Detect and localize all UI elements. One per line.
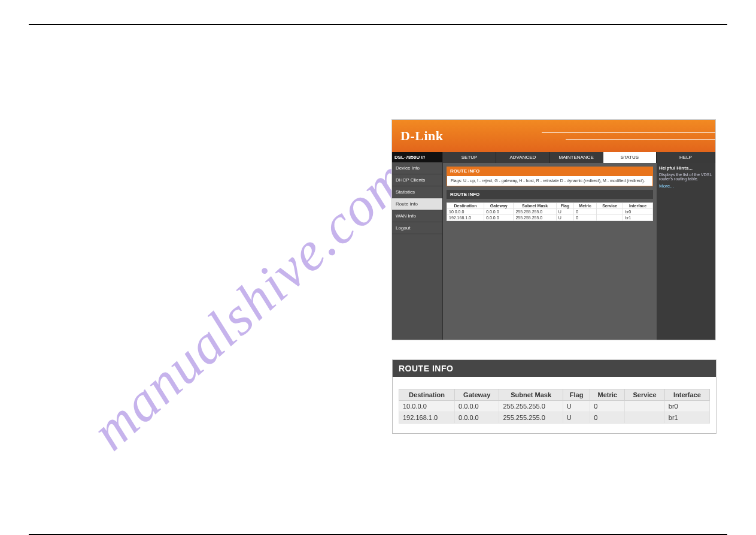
- router-admin-screenshot: D-Link DSL-7850U/// Device Info DHCP Cli…: [392, 120, 715, 340]
- mini-route-table: Destination Gateway Subnet Mask Flag Met…: [447, 202, 653, 221]
- cell-flag: U: [563, 412, 590, 424]
- table-row: 10.0.0.0 0.0.0.0 255.255.255.0 U 0 br0: [399, 401, 710, 412]
- mini-cell: br0: [623, 209, 653, 215]
- mini-row: 192.168.1.0 0.0.0.0 255.255.255.0 U 0 br…: [447, 215, 653, 221]
- mini-cell: 0.0.0.0: [484, 215, 514, 221]
- mini-cell: 10.0.0.0: [447, 209, 484, 215]
- cell-service: [625, 401, 665, 412]
- mini-cell: U: [556, 215, 573, 221]
- th-interface: Interface: [664, 389, 709, 401]
- mini-cell: 192.168.1.0: [447, 215, 484, 221]
- table-row: 192.168.1.0 0.0.0.0 255.255.255.0 U 0 br…: [399, 412, 710, 424]
- sidebar-item-statistics[interactable]: Statistics: [392, 186, 442, 198]
- brand-logo: D-Link: [400, 128, 443, 144]
- mini-cell: 255.255.255.0: [514, 215, 556, 221]
- mini-th-service: Service: [597, 203, 623, 209]
- mini-cell: 255.255.255.0: [514, 209, 556, 215]
- mini-th-subnet: Subnet Mask: [514, 203, 556, 209]
- sidebar-item-dhcp-clients[interactable]: DHCP Clients: [392, 174, 442, 186]
- watermark-text: manualshive.com: [79, 146, 420, 463]
- cell-destination: 192.168.1.0: [399, 412, 455, 424]
- route-info-table: Destination Gateway Subnet Mask Flag Met…: [399, 389, 710, 424]
- mini-cell: 0: [574, 215, 597, 221]
- cell-subnet-mask: 255.255.255.0: [499, 401, 563, 412]
- mini-cell: 0.0.0.0: [484, 209, 514, 215]
- mini-th-flag: Flag: [556, 203, 573, 209]
- th-metric: Metric: [590, 389, 625, 401]
- mini-th-interface: Interface: [623, 203, 653, 209]
- tab-setup[interactable]: SETUP: [443, 152, 496, 163]
- tab-help[interactable]: HELP: [657, 152, 715, 163]
- panel-title: ROUTE INFO: [447, 167, 653, 176]
- th-gateway: Gateway: [455, 389, 499, 401]
- page-top-rule: [29, 24, 727, 25]
- router-header: D-Link: [392, 120, 715, 152]
- th-destination: Destination: [399, 389, 455, 401]
- mini-cell: br1: [623, 215, 653, 221]
- cell-service: [625, 412, 665, 424]
- cell-subnet-mask: 255.255.255.0: [499, 412, 563, 424]
- header-stripes-decoration: [542, 120, 715, 152]
- th-service: Service: [625, 389, 665, 401]
- help-title: Helpful Hints...: [659, 165, 713, 171]
- cell-gateway: 0.0.0.0: [455, 401, 499, 412]
- slashes-icon: ///: [421, 155, 425, 160]
- router-top-tabs: SETUP ADVANCED MAINTENANCE STATUS: [443, 152, 657, 163]
- model-label: DSL-7850U///: [392, 152, 442, 162]
- sidebar-item-device-info[interactable]: Device Info: [392, 162, 442, 174]
- detail-title-bar: ROUTE INFO: [393, 360, 716, 377]
- th-subnet-mask: Subnet Mask: [499, 389, 563, 401]
- panel-subtitle: ROUTE INFO: [447, 190, 653, 199]
- cell-metric: 0: [590, 401, 625, 412]
- mini-th-metric: Metric: [574, 203, 597, 209]
- flags-legend: Flags: U - up, ! - reject, G - gateway, …: [447, 176, 653, 186]
- mini-cell: 0: [574, 209, 597, 215]
- cell-gateway: 0.0.0.0: [455, 412, 499, 424]
- tab-advanced[interactable]: ADVANCED: [496, 152, 549, 163]
- help-column: HELP Helpful Hints... Displays the list …: [657, 152, 715, 340]
- tab-maintenance[interactable]: MAINTENANCE: [550, 152, 603, 163]
- mini-cell: [597, 209, 623, 215]
- help-body: Displays the list of the VDSL router's r…: [659, 173, 713, 181]
- th-flag: Flag: [563, 389, 590, 401]
- sidebar-item-route-info[interactable]: Route Info: [392, 198, 442, 210]
- mini-cell: U: [556, 209, 573, 215]
- cell-metric: 0: [590, 412, 625, 424]
- sidebar-item-logout[interactable]: Logout: [392, 222, 442, 234]
- cell-destination: 10.0.0.0: [399, 401, 455, 412]
- mini-row: 10.0.0.0 0.0.0.0 255.255.255.0 U 0 br0: [447, 209, 653, 215]
- mini-th-gateway: Gateway: [484, 203, 514, 209]
- cell-flag: U: [563, 401, 590, 412]
- mini-th-destination: Destination: [447, 203, 484, 209]
- help-more-link[interactable]: More...: [659, 183, 674, 189]
- router-sidebar: DSL-7850U/// Device Info DHCP Clients St…: [392, 152, 443, 340]
- mini-cell: [597, 215, 623, 221]
- model-text: DSL-7850U: [394, 155, 420, 160]
- tab-status[interactable]: STATUS: [603, 152, 657, 163]
- cell-interface: br0: [664, 401, 709, 412]
- route-info-detail-panel: ROUTE INFO Destination Gateway Subnet Ma…: [392, 359, 716, 434]
- sidebar-item-wan-info[interactable]: WAN Info: [392, 210, 442, 222]
- cell-interface: br1: [664, 412, 709, 424]
